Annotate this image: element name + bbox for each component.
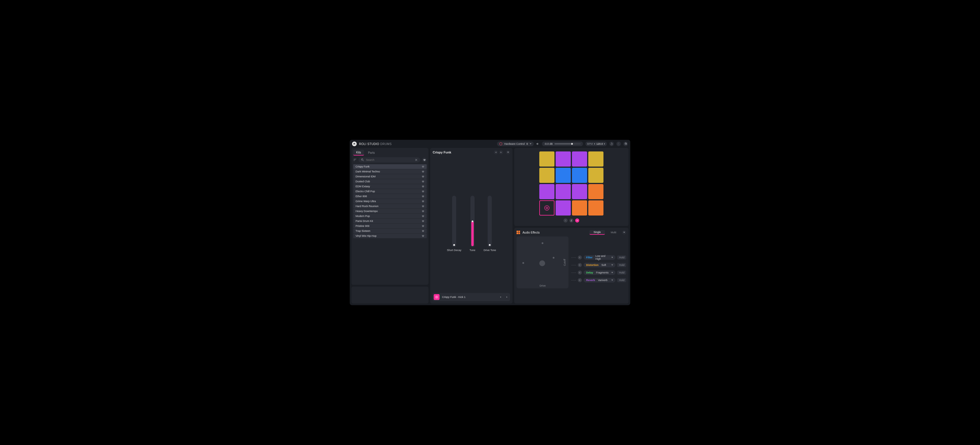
drum-pad[interactable] [539, 152, 554, 166]
chevron-down-icon [611, 272, 613, 273]
drum-pad[interactable] [555, 184, 571, 199]
xy-cursor[interactable] [539, 260, 545, 266]
kit-row[interactable]: Trap Sixteen [353, 229, 427, 233]
heart-icon[interactable] [422, 175, 425, 178]
heart-icon[interactable] [422, 180, 425, 183]
hardware-control-chip[interactable]: Hardware Control 0 [497, 141, 534, 146]
drum-pad[interactable] [588, 152, 603, 166]
svg-point-4 [577, 220, 578, 221]
fx-tab-single[interactable]: Single [589, 230, 605, 235]
search-input[interactable] [366, 158, 413, 162]
settings-button[interactable] [623, 141, 628, 146]
fx-enable-button[interactable] [578, 278, 582, 282]
kit-row[interactable]: Modern Pop [353, 214, 427, 219]
slider-track[interactable] [452, 196, 456, 247]
heart-icon[interactable] [422, 200, 425, 203]
kit-row[interactable]: Dusted Club [353, 179, 427, 184]
heart-icon[interactable] [422, 190, 425, 193]
heart-icon[interactable] [422, 185, 425, 188]
prev-kit-button[interactable] [494, 150, 498, 154]
heart-icon[interactable] [422, 165, 425, 168]
kit-row[interactable]: Ether 808 [353, 194, 427, 199]
heart-icon[interactable] [422, 234, 425, 238]
volume-slider[interactable] [554, 143, 581, 144]
redo-button[interactable] [616, 141, 621, 146]
slider-thumb[interactable] [472, 220, 473, 222]
fx-chip[interactable]: Delay Fragments [584, 270, 616, 275]
favorites-filter-button[interactable] [422, 158, 427, 162]
tab-parts[interactable]: Parts [365, 150, 378, 155]
heart-icon[interactable] [422, 215, 425, 217]
kit-row[interactable]: Dimensional IDM [353, 174, 427, 179]
svg-point-3 [546, 207, 548, 209]
macro-slider[interactable]: Drive Tone [484, 196, 496, 252]
volume-icon[interactable] [536, 142, 539, 146]
slider-track[interactable] [471, 196, 474, 247]
drum-pad[interactable] [572, 184, 587, 199]
heart-icon[interactable] [422, 195, 425, 198]
fx-hold-button[interactable]: Hold [617, 271, 626, 275]
heart-icon[interactable] [422, 170, 425, 173]
kit-row[interactable]: Hard Rock Reunion [353, 204, 427, 209]
bpm-decrease-icon[interactable] [594, 143, 595, 145]
drum-pad[interactable] [539, 184, 554, 199]
volume-chip[interactable]: -0.0 dB [542, 141, 583, 146]
tab-kits[interactable]: Kits [353, 150, 364, 155]
search-box[interactable] [358, 157, 420, 163]
xy-pad[interactable]: Drive Cutoff [517, 236, 568, 288]
fx-enable-button[interactable] [578, 263, 582, 267]
bpm-increase-icon[interactable] [604, 143, 605, 145]
kit-row[interactable]: Vinyl 90s Hip-Hop [353, 234, 427, 238]
kit-row[interactable]: Crispy Funk [353, 164, 427, 169]
kit-row[interactable]: Electro Chill Pop [353, 189, 427, 194]
xy-x-label: Drive [517, 284, 568, 287]
bpm-chip[interactable]: BPM 120.0 [585, 141, 607, 146]
clear-search-icon[interactable] [414, 158, 418, 162]
fx-enable-button[interactable] [578, 271, 582, 275]
drum-pad[interactable] [572, 168, 587, 183]
kit-row[interactable]: Dark Minimal Techno [353, 169, 427, 174]
next-sample-button[interactable] [505, 295, 509, 299]
drum-pad[interactable] [588, 184, 603, 199]
macro-slider[interactable]: Tune [469, 196, 476, 252]
fx-hold-button[interactable]: Hold [617, 278, 626, 282]
undo-button[interactable] [609, 141, 614, 146]
drum-pad[interactable] [539, 168, 554, 183]
pad-view-info-button[interactable] [563, 219, 568, 223]
drum-pad[interactable] [572, 200, 587, 215]
pad-view-note-button[interactable] [570, 219, 573, 223]
drum-pad-selected[interactable] [539, 200, 554, 215]
heart-icon[interactable] [422, 220, 425, 223]
pad-view-target-button[interactable] [575, 219, 579, 223]
heart-icon[interactable] [422, 205, 425, 207]
drum-pad[interactable] [588, 168, 603, 183]
fx-chip[interactable]: Filter Low and High [584, 255, 616, 260]
slider-track[interactable] [488, 196, 492, 247]
kit-row[interactable]: Heavy Downtempo [353, 209, 427, 214]
kit-dropdown-button[interactable] [506, 150, 510, 154]
kit-row[interactable]: Pristine 909 [353, 224, 427, 228]
fx-chip[interactable]: Reverb Variverb [584, 278, 616, 282]
heart-icon[interactable] [422, 230, 425, 233]
fx-tab-multi[interactable]: Multi [607, 230, 620, 234]
kit-row[interactable]: Grime Warp Ultra [353, 199, 427, 204]
prev-sample-button[interactable] [498, 295, 503, 299]
fx-enable-button[interactable] [578, 255, 582, 260]
fx-chip[interactable]: Distortion Soft [584, 263, 616, 268]
kit-row[interactable]: EDM Extasy [353, 184, 427, 189]
kit-row[interactable]: Parisi Drum Kit [353, 219, 427, 223]
fx-hold-button[interactable]: Hold [617, 255, 626, 260]
fx-hold-button[interactable]: Hold [617, 263, 626, 267]
drum-pad[interactable] [588, 200, 603, 215]
drum-pad[interactable] [555, 200, 571, 215]
drum-pad[interactable] [555, 152, 571, 166]
fx-dropdown-button[interactable] [622, 230, 626, 234]
heart-icon[interactable] [422, 225, 425, 228]
slider-thumb[interactable] [453, 244, 455, 246]
next-kit-button[interactable] [499, 150, 503, 154]
drum-pad[interactable] [555, 168, 571, 183]
macro-slider[interactable]: Short Decay [447, 196, 461, 252]
drum-pad[interactable] [572, 152, 587, 166]
filter-settings-icon[interactable] [353, 158, 357, 162]
heart-icon[interactable] [422, 210, 425, 212]
